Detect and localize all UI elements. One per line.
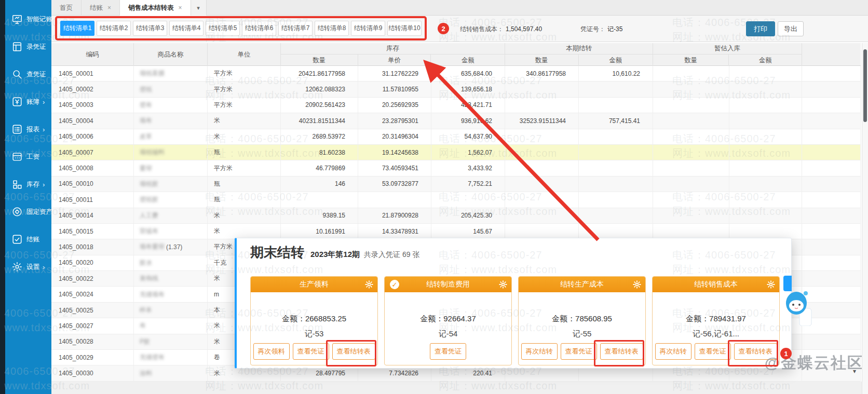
cell-stock-price: 20.31496304: [358, 129, 431, 144]
check-icon: ✓: [390, 280, 399, 289]
vertical-scrollbar[interactable]: [862, 43, 868, 394]
cell-current-amount: [579, 145, 653, 160]
table-row[interactable]: 1405_00001 墙纸基膜 平方米 20421.86177958 31.12…: [51, 66, 861, 81]
cell-product-name: 无缝墙布: [134, 287, 208, 302]
carryover-list-tab-9[interactable]: 结转清单9: [351, 21, 385, 36]
cell-code: 1405_00004: [51, 113, 134, 128]
closing-card-3: 结转生产成本 金额：785608.95 记-55 再次结转查看凭证查看结转表: [518, 276, 646, 365]
table-row[interactable]: 1405_00006 皮革 米 2689.53972 20.31496304 5…: [51, 129, 861, 145]
cell-code: 1405_00003: [51, 98, 134, 113]
card-button-查看凭证[interactable]: 查看凭证: [293, 343, 329, 360]
sidebar-item-inventory[interactable]: 库存 ›: [5, 176, 51, 192]
carryover-list-tab-3[interactable]: 结转清单3: [133, 21, 167, 36]
annotation-badge-2: 2: [438, 23, 449, 34]
card-buttons: 再次结转查看凭证查看结转表: [653, 343, 779, 360]
cell-filler: [802, 145, 861, 160]
bottom-strip: [51, 382, 868, 394]
carryover-list-tab-1[interactable]: 结转清单1: [60, 21, 94, 36]
carryover-list-tab-2[interactable]: 结转清单2: [97, 21, 131, 36]
card-button-查看结转表[interactable]: 查看结转表: [600, 343, 643, 360]
cell-code: 1405_00011: [51, 192, 134, 207]
chevron-right-icon: ›: [43, 98, 45, 106]
voucher-label: 凭证号：: [580, 25, 605, 33]
document-tab-1[interactable]: 首页: [51, 0, 82, 16]
carryover-list-tab-7[interactable]: 结转清单7: [278, 21, 313, 36]
table-row[interactable]: 1405_00014 人工费 米 9389.15 21.87900928 205…: [51, 208, 861, 224]
cell-filler: [802, 224, 861, 239]
sub-col-header: 数量: [281, 55, 358, 66]
table-row[interactable]: 1405_00007 墙纸辅料 瓶 81.60238 19.14245638 1…: [51, 145, 861, 160]
export-button[interactable]: 导出: [778, 21, 804, 36]
table-row[interactable]: 1405_00015 宣绒布 米 10.161991 14.33478931 1…: [51, 224, 861, 239]
sidebar-item-smart-accounting[interactable]: 智能记账: [5, 11, 51, 27]
cell-estimated-qty: [653, 224, 729, 239]
carryover-list-tab-4[interactable]: 结转清单4: [169, 21, 204, 36]
closing-card-4: 结转销售成本 金额：789431.97 记-56,记-61... 再次结转查看凭…: [652, 276, 780, 365]
table-row[interactable]: 1405_00011 壁纸胶 瓶: [51, 192, 861, 208]
assistant-mascot-icon[interactable]: [785, 290, 812, 328]
document-tab-2[interactable]: 结账 ×: [82, 0, 120, 16]
next-card-peek[interactable]: [783, 276, 792, 291]
modal-title: 期末结转: [250, 243, 304, 262]
table-row[interactable]: 1405_00010 墙纸胶 瓶 146 53.09732877 7,752.2…: [51, 176, 861, 192]
cell-code: 1405_00028: [51, 334, 134, 349]
sidebar-item-closing[interactable]: 结账: [5, 232, 51, 247]
sidebar-item-fixed-asset[interactable]: 固定资产: [5, 204, 51, 220]
cell-stock-qty: 81.60238: [281, 145, 358, 160]
card-button-查看凭证[interactable]: 查看凭证: [695, 343, 731, 360]
card-button-查看结转表[interactable]: 查看结转表: [332, 343, 375, 360]
card-button-查看凭证[interactable]: 查看凭证: [430, 343, 466, 360]
carryover-list-tab-10[interactable]: 结转清单10: [387, 21, 422, 36]
inventory-icon: [11, 179, 23, 190]
closing-card-1: 生产领料 金额：2668853.25 记-53 再次领料查看凭证查看结转表: [250, 276, 378, 365]
sidebar-item-voucher-entry[interactable]: 录凭证: [5, 39, 51, 55]
cell-code: 1405_00002: [51, 81, 134, 97]
collapse-arrow-icon[interactable]: ▾: [853, 368, 856, 375]
sidebar-item-settings[interactable]: 设置 ›: [5, 259, 51, 275]
sidebar-item-report[interactable]: 报表 ›: [5, 121, 51, 137]
carryover-list-tab-8[interactable]: 结转清单8: [315, 21, 349, 36]
document-tab-3[interactable]: 销售成本结转表 ×: [120, 0, 191, 16]
cell-stock-qty: [281, 192, 358, 207]
print-button[interactable]: 打印: [746, 21, 775, 36]
ledger-icon: [11, 96, 23, 107]
cell-stock-amount: 7,752.21: [431, 176, 505, 192]
cell-current-qty: [505, 98, 579, 113]
sidebar-item-voucher-search[interactable]: 查凭证: [5, 66, 51, 82]
card-voucher: 记-53: [251, 329, 377, 339]
card-button-再次领料[interactable]: 再次领料: [253, 343, 290, 360]
table-row[interactable]: 1405_00002 壁纸 平方米 12062.088323 11.578109…: [51, 81, 861, 97]
gear-icon[interactable]: [633, 280, 641, 289]
table-row[interactable]: 1405_00003 壁布 平方米 20902.561423 20.256929…: [51, 98, 861, 113]
gear-icon[interactable]: [499, 280, 507, 289]
cell-code: 1405_00014: [51, 208, 134, 223]
card-button-再次结转[interactable]: 再次结转: [521, 343, 558, 360]
cell-estimated-qty: [653, 98, 729, 113]
sidebar-item-ledger[interactable]: 账簿 ›: [5, 94, 51, 110]
card-header: ✓ 结转制造费用: [385, 277, 511, 292]
gear-icon[interactable]: [365, 280, 373, 289]
carryover-list-tab-6[interactable]: 结转清单6: [242, 21, 276, 36]
card-button-再次结转[interactable]: 再次结转: [655, 343, 691, 360]
cell-stock-amount: 936,916.62: [431, 113, 505, 128]
close-icon[interactable]: ×: [179, 4, 182, 11]
scrollbar-thumb[interactable]: [863, 49, 867, 122]
card-button-查看凭证[interactable]: 查看凭证: [561, 343, 597, 360]
close-icon[interactable]: ×: [107, 4, 111, 11]
table-row[interactable]: 1405_00008 窗帘 平方米 46.779869 73.40593451 …: [51, 160, 861, 176]
cell-stock-amount: 139,656.18: [431, 81, 505, 97]
cell-unit: 平方米: [208, 98, 281, 113]
gear-icon[interactable]: [767, 280, 775, 289]
tab-dropdown-icon[interactable]: ▾: [191, 0, 207, 16]
sidebar-item-salary[interactable]: 工资: [5, 149, 51, 165]
table-row[interactable]: 1405_00004 墙布 米 40231.81511344 23.287953…: [51, 113, 861, 129]
cell-product-name: 装饰线: [134, 271, 208, 286]
col-header-code: 编码: [51, 43, 134, 66]
closing-icon: [11, 234, 23, 245]
carryover-list-tab-5[interactable]: 结转清单5: [206, 21, 240, 36]
cell-filler: [802, 113, 861, 128]
cell-product-name: P胶: [134, 334, 208, 349]
cell-stock-price: 21.87900928: [358, 208, 431, 223]
cell-stock-qty: 146: [281, 176, 358, 192]
cell-stock-price: 19.14245638: [358, 145, 431, 160]
